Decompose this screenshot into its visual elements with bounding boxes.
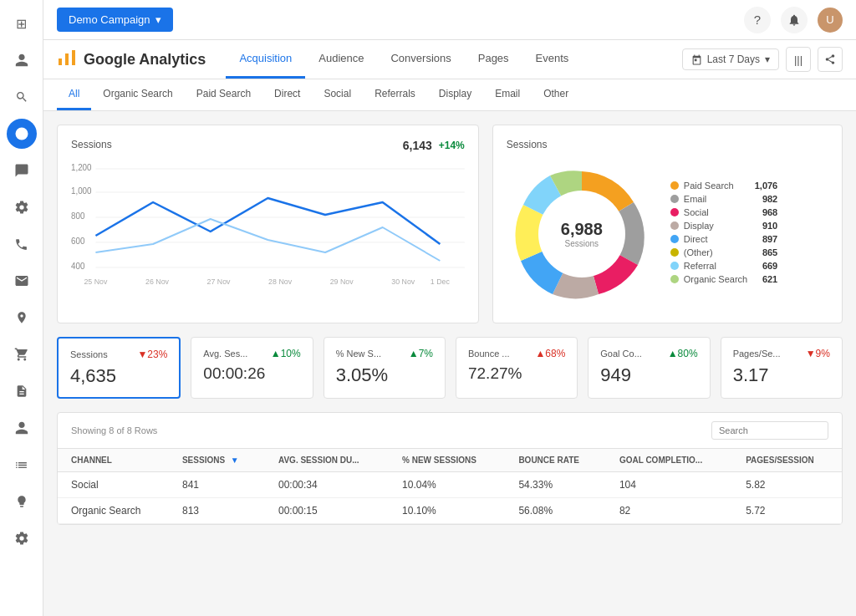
data-table: CHANNEL SESSIONS ▼ AVG. SESSION DU... % … — [58, 449, 842, 524]
sidebar-icon-active[interactable] — [7, 119, 37, 149]
metric-pages-session[interactable]: Pages/Se... ▼9% 3.17 — [721, 337, 843, 399]
tab-audience[interactable]: Audience — [305, 40, 377, 79]
legend-social: Social 968 — [670, 207, 777, 217]
legend-label-email: Email — [684, 194, 747, 204]
table-row: Social 841 00:00:34 10.04% 54.33% 104 5.… — [58, 472, 842, 498]
tab-events[interactable]: Events — [522, 40, 583, 79]
metric-bounce-label: Bounce ... — [468, 349, 510, 359]
legend-val-organic-search: 621 — [752, 274, 777, 284]
share-button[interactable] — [818, 47, 843, 72]
col-avg-session: AVG. SESSION DU... — [265, 449, 389, 472]
donut-center: 6,988 Sessions — [561, 220, 603, 248]
sidebar-icon-profile[interactable] — [7, 45, 37, 75]
sub-nav-referrals[interactable]: Referrals — [363, 79, 427, 110]
cell-pages-1: 5.82 — [732, 472, 842, 498]
sub-nav-organic-search[interactable]: Organic Search — [91, 79, 184, 110]
tab-acquisition[interactable]: Acquisition — [226, 40, 305, 79]
date-range-label: Last 7 Days — [707, 53, 760, 65]
cell-new-1: 10.04% — [389, 472, 505, 498]
sub-nav-paid-search[interactable]: Paid Search — [185, 79, 262, 110]
columns-button[interactable]: ||| — [786, 47, 811, 72]
help-button[interactable]: ? — [744, 7, 771, 33]
notifications-button[interactable] — [781, 7, 808, 33]
sub-nav-email[interactable]: Email — [483, 79, 532, 110]
header-nav: Google Analytics Acquisition Audience Co… — [43, 40, 856, 79]
table-header-row: CHANNEL SESSIONS ▼ AVG. SESSION DU... % … — [58, 449, 842, 472]
metric-avg-session[interactable]: Avg. Ses... ▲10% 00:00:26 — [191, 337, 313, 399]
svg-text:30 Nov: 30 Nov — [391, 277, 415, 286]
table-search-input[interactable] — [711, 421, 828, 440]
cell-pages-2: 5.72 — [732, 498, 842, 524]
sidebar-icon-mail[interactable] — [7, 266, 37, 296]
metric-avg-header: Avg. Ses... ▲10% — [203, 348, 300, 359]
metric-bounce-value: 72.27% — [468, 364, 565, 383]
metric-sessions[interactable]: Sessions ▼23% 4,635 — [57, 337, 181, 399]
demo-campaign-button[interactable]: Demo Campaign ▾ — [57, 8, 173, 32]
legend-val-other: 865 — [752, 247, 777, 257]
metric-sessions-trend: ▼23% — [137, 349, 167, 360]
legend-label-organic-search: Organic Search — [684, 274, 747, 284]
sub-nav-other[interactable]: Other — [532, 79, 580, 110]
donut-center-label: Sessions — [561, 239, 603, 248]
main-content: Google Analytics Acquisition Audience Co… — [43, 40, 856, 616]
metric-goal-header: Goal Co... ▲80% — [600, 348, 697, 359]
sub-nav-direct[interactable]: Direct — [262, 79, 312, 110]
sub-nav-all[interactable]: All — [57, 79, 91, 110]
sidebar-icon-bulb[interactable] — [7, 486, 37, 517]
sub-nav-display[interactable]: Display — [427, 79, 483, 110]
legend-label-referral: Referral — [684, 261, 747, 271]
cell-channel-2: Organic Search — [58, 498, 169, 524]
legend-paid-search: Paid Search 1,076 — [670, 181, 777, 191]
sidebar-icon-phone[interactable] — [7, 229, 37, 259]
tab-pages[interactable]: Pages — [465, 40, 522, 79]
dropdown-chevron-icon: ▾ — [155, 13, 161, 26]
brand-icon — [57, 47, 77, 72]
sidebar-icon-user[interactable] — [7, 413, 37, 443]
donut-svg-wrap: 6,988 Sessions — [507, 159, 657, 309]
metric-goal-value: 949 — [600, 364, 697, 386]
col-sessions[interactable]: SESSIONS ▼ — [169, 449, 265, 472]
metric-goal[interactable]: Goal Co... ▲80% 949 — [588, 337, 710, 399]
legend-direct: Direct 897 — [670, 234, 777, 244]
metric-pages-value: 3.17 — [733, 364, 830, 386]
legend-dot-email — [670, 195, 679, 203]
sessions-donut-chart-card: Sessions — [492, 125, 843, 323]
col-channel: CHANNEL — [58, 449, 169, 472]
date-range-button[interactable]: Last 7 Days ▾ — [682, 48, 779, 70]
tab-conversions[interactable]: Conversions — [377, 40, 464, 79]
svg-text:1 Dec: 1 Dec — [431, 277, 451, 286]
legend-label-direct: Direct — [684, 234, 747, 244]
sidebar-icon-document[interactable] — [7, 376, 37, 406]
cell-channel-1: Social — [58, 472, 169, 498]
metric-new-value: 3.05% — [336, 364, 433, 386]
sub-nav-social[interactable]: Social — [312, 79, 363, 110]
cell-goal-2: 82 — [606, 498, 732, 524]
table-toolbar: Showing 8 of 8 Rows — [58, 413, 842, 449]
sidebar-icon-settings-gear[interactable] — [7, 192, 37, 222]
avatar[interactable]: U — [818, 8, 843, 33]
svg-text:25 Nov: 25 Nov — [84, 277, 107, 286]
metric-bounce[interactable]: Bounce ... ▲68% 72.27% — [456, 337, 578, 399]
legend-dot-direct — [670, 235, 679, 243]
date-dropdown-icon: ▾ — [765, 53, 770, 65]
sidebar-icon-cart[interactable] — [7, 339, 37, 369]
sidebar-icon-location[interactable] — [7, 303, 37, 333]
metric-avg-value: 00:00:26 — [203, 364, 300, 383]
content-area: Sessions 6,143 +14% 1,200 1,000 800 600 … — [43, 111, 856, 538]
metric-new-sessions[interactable]: % New S... ▲7% 3.05% — [324, 337, 446, 399]
sidebar-icon-chat[interactable] — [7, 155, 37, 186]
donut-card-inner: 6,988 Sessions Paid Search 1,076 Email — [507, 159, 828, 309]
legend-dot-organic-search — [670, 275, 679, 283]
sidebar-icon-search[interactable] — [7, 82, 37, 112]
sidebar-icon-list[interactable] — [7, 450, 37, 480]
sidebar-icon-home[interactable]: ⊞ — [7, 8, 37, 38]
sidebar-icon-settings[interactable] — [7, 523, 37, 553]
metric-sessions-label: Sessions — [70, 349, 108, 359]
line-chart-value: 6,143 — [403, 139, 432, 152]
svg-rect-1 — [59, 59, 62, 65]
metric-pages-header: Pages/Se... ▼9% — [733, 348, 830, 359]
nav-tabs: Acquisition Audience Conversions Pages E… — [226, 40, 681, 79]
svg-text:27 Nov: 27 Nov — [207, 277, 231, 286]
col-bounce: BOUNCE RATE — [505, 449, 606, 472]
topbar-right: ? U — [744, 7, 843, 33]
